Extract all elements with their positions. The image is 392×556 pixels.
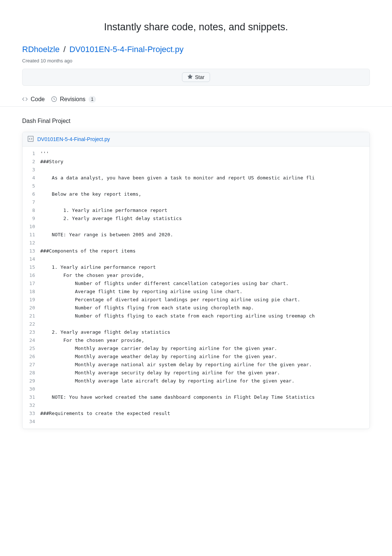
- line-content: Number of flights under different cancel…: [40, 279, 369, 288]
- line-number[interactable]: 24: [23, 336, 40, 344]
- code-row: 3: [23, 166, 369, 174]
- line-number[interactable]: 10: [23, 223, 40, 231]
- gist-header: RDhoelzle / DV0101EN-5-4-Final-Project.p…: [22, 45, 370, 64]
- code-row: 32: [23, 401, 369, 409]
- main-container: RDhoelzle / DV0101EN-5-4-Final-Project.p…: [0, 45, 392, 440]
- line-number[interactable]: 28: [23, 369, 40, 377]
- line-content: [40, 255, 369, 263]
- line-content: Number of flights flying to each state f…: [40, 312, 369, 320]
- code-row: 12: [23, 239, 369, 247]
- line-content: 1. Yearly airline performance report: [40, 206, 369, 214]
- line-content: NOTE: You have worked created the same d…: [40, 393, 369, 401]
- line-number[interactable]: 3: [23, 166, 40, 174]
- line-number[interactable]: 29: [23, 377, 40, 385]
- line-content: [40, 166, 369, 174]
- line-number[interactable]: 11: [23, 231, 40, 239]
- code-row: 17 Number of flights under different can…: [23, 279, 369, 288]
- line-number[interactable]: 2: [23, 158, 40, 166]
- line-number[interactable]: 9: [23, 214, 40, 223]
- line-content: Average flight time by reporting airline…: [40, 288, 369, 296]
- line-number[interactable]: 5: [23, 182, 40, 190]
- line-content: 1. Yearly airline performance report: [40, 263, 369, 271]
- code-row: 7: [23, 198, 369, 206]
- code-row: 28 Monthly average security delay by rep…: [23, 369, 369, 377]
- line-content: Monthly average late aircraft delay by r…: [40, 377, 369, 385]
- line-number[interactable]: 22: [23, 320, 40, 328]
- gist-file-link[interactable]: DV0101EN-5-4-Final-Project.py: [69, 45, 183, 54]
- line-content: [40, 182, 369, 190]
- line-number[interactable]: 1: [23, 147, 40, 158]
- line-content: As a data analyst, you have been given a…: [40, 174, 369, 182]
- line-content: [40, 239, 369, 247]
- line-number[interactable]: 8: [23, 206, 40, 214]
- created-text: Created 10 months ago: [22, 58, 370, 64]
- star-icon: [188, 74, 193, 80]
- line-number[interactable]: 34: [23, 418, 40, 429]
- line-content: Monthly average security delay by report…: [40, 369, 369, 377]
- tab-revisions[interactable]: Revisions 1: [51, 96, 96, 103]
- code-row: 13###Components of the report items: [23, 247, 369, 255]
- code-row: 5: [23, 182, 369, 190]
- line-number[interactable]: 7: [23, 198, 40, 206]
- line-content: [40, 198, 369, 206]
- line-number[interactable]: 6: [23, 190, 40, 198]
- line-number[interactable]: 12: [23, 239, 40, 247]
- code-row: 15 1. Yearly airline performance report: [23, 263, 369, 271]
- tagline: Instantly share code, notes, and snippet…: [0, 0, 392, 45]
- gist-description: Dash Final Project: [22, 118, 370, 124]
- line-number[interactable]: 15: [23, 263, 40, 271]
- line-number[interactable]: 26: [23, 353, 40, 361]
- line-number[interactable]: 27: [23, 361, 40, 369]
- line-content: [40, 320, 369, 328]
- code-row: 34: [23, 418, 369, 429]
- line-content: Below are the key report items,: [40, 190, 369, 198]
- line-number[interactable]: 23: [23, 328, 40, 336]
- code-row: 9 2. Yearly average flight delay statist…: [23, 214, 369, 223]
- tab-revisions-label: Revisions: [60, 96, 85, 103]
- line-content: [40, 401, 369, 409]
- line-content: ###Requirements to create the expected r…: [40, 409, 369, 418]
- line-number[interactable]: 32: [23, 401, 40, 409]
- line-number[interactable]: 21: [23, 312, 40, 320]
- line-number[interactable]: 4: [23, 174, 40, 182]
- code-row: 23 2. Yearly average flight delay statis…: [23, 328, 369, 336]
- user-link[interactable]: RDhoelzle: [22, 45, 60, 54]
- tab-underline: [0, 106, 392, 107]
- line-number[interactable]: 18: [23, 288, 40, 296]
- line-content: Number of flights flying from each state…: [40, 304, 369, 312]
- line-content: Monthly average carrier delay by reporti…: [40, 344, 369, 353]
- line-content: [40, 385, 369, 393]
- line-content: For the chosen year provide,: [40, 336, 369, 344]
- line-content: [40, 223, 369, 231]
- code-row: 31 NOTE: You have worked created the sam…: [23, 393, 369, 401]
- code-row: 8 1. Yearly airline performance report: [23, 206, 369, 214]
- line-number[interactable]: 19: [23, 296, 40, 304]
- line-number[interactable]: 33: [23, 409, 40, 418]
- line-number[interactable]: 14: [23, 255, 40, 263]
- code-row: 33###Requirements to create the expected…: [23, 409, 369, 418]
- code-row: 4 As a data analyst, you have been given…: [23, 174, 369, 182]
- tab-code[interactable]: Code: [22, 96, 45, 103]
- line-number[interactable]: 17: [23, 279, 40, 288]
- line-number[interactable]: 16: [23, 271, 40, 279]
- revisions-icon: [51, 96, 57, 103]
- code-table: 1'''2###Story34 As a data analyst, you h…: [23, 147, 369, 429]
- line-number[interactable]: 13: [23, 247, 40, 255]
- code-row: 27 Monthly average national air system d…: [23, 361, 369, 369]
- code-row: 29 Monthly average late aircraft delay b…: [23, 377, 369, 385]
- file-header: DV0101EN-5-4-Final-Project.py: [23, 132, 369, 147]
- code-row: 2###Story: [23, 158, 369, 166]
- line-content: Monthly average national air system dela…: [40, 361, 369, 369]
- line-number[interactable]: 31: [23, 393, 40, 401]
- file-name-link[interactable]: DV0101EN-5-4-Final-Project.py: [37, 136, 110, 142]
- tabs: Code Revisions 1: [22, 96, 370, 106]
- line-number[interactable]: 20: [23, 304, 40, 312]
- line-number[interactable]: 30: [23, 385, 40, 393]
- line-number[interactable]: 25: [23, 344, 40, 353]
- code-square-icon: [28, 136, 34, 143]
- star-bar: Star: [22, 69, 370, 86]
- code-row: 6 Below are the key report items,: [23, 190, 369, 198]
- path-separator: /: [63, 45, 66, 54]
- line-content: NOTE: Year range is between 2005 and 202…: [40, 231, 369, 239]
- star-button[interactable]: Star: [182, 72, 210, 82]
